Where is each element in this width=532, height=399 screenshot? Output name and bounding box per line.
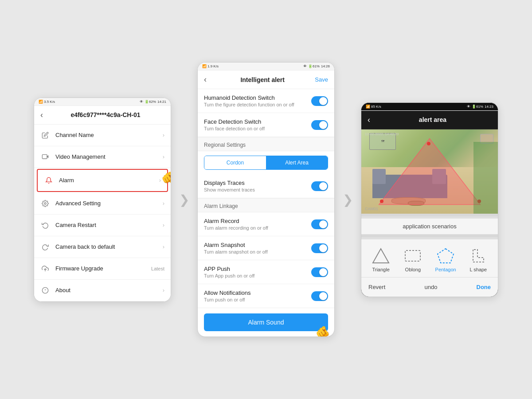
video-icon — [40, 152, 50, 162]
speed-label: 85 K/s — [371, 105, 381, 109]
alarm-snapshot-toggle[interactable] — [311, 243, 328, 253]
screen2-title: Intelligent alert — [210, 76, 315, 83]
svg-rect-9 — [405, 250, 420, 261]
face-toggle[interactable] — [311, 120, 328, 130]
shape-oblong[interactable]: Oblong — [403, 247, 422, 272]
pentagon-label: Pentagon — [435, 267, 456, 272]
alarm-snapshot-row: Alarm Snapshot Turn alarm snapshot on or… — [198, 236, 334, 260]
screen2-header: ‹ Intelligent alert Save — [198, 70, 334, 89]
face-title: Face Detection Switch — [204, 118, 311, 125]
oblong-label: Oblong — [405, 267, 421, 272]
traces-subtitle: Show movement traces — [204, 187, 311, 192]
svg-marker-10 — [438, 249, 454, 263]
undo-button[interactable]: undo — [424, 284, 437, 290]
menu-item-firmware-upgrade[interactable]: Firmware Upgrade Latest — [34, 258, 171, 280]
bell-icon — [44, 176, 54, 185]
latest-badge: Latest — [151, 266, 164, 271]
done-button[interactable]: Done — [477, 284, 491, 290]
shape-triangle[interactable]: Triangle — [371, 247, 391, 272]
allow-notif-info: Allow Notifications Turn push on or off — [204, 289, 311, 302]
face-detection-row: Face Detection Switch Turn face detectio… — [198, 113, 334, 137]
eye-icon: 👁 — [140, 100, 143, 104]
battery-icon: 🔋62% — [145, 100, 156, 104]
shapes-row: Triangle Oblong — [361, 242, 498, 275]
alarm-snapshot-subtitle: Turn alarm snapshot on or off — [204, 249, 311, 254]
network-icon: 📶 — [202, 64, 207, 68]
screen1-header: ‹ e4f6c977****4c9a-CH-01 — [34, 106, 171, 125]
menu-list: Channel Name › Video Management › Alarm … — [34, 125, 171, 301]
screen1-status-bar: 📶 3.5 K/s 👁 🔋62% 14:21 — [34, 98, 171, 106]
alarm-record-info: Alarm Record Turn alarm recording on or … — [204, 218, 311, 231]
app-push-subtitle: Turn App push on or off — [204, 273, 311, 278]
revert-button[interactable]: Revert — [368, 284, 385, 290]
alarm-sound-wrapper: Alarm Sound 🫵 — [198, 313, 334, 331]
menu-item-video-management[interactable]: Video Management › — [34, 146, 171, 168]
camera-restart-label: Camera Restart — [55, 222, 163, 228]
application-scenarios-section: application scenarios — [361, 216, 498, 235]
pencil-icon — [40, 130, 50, 140]
menu-item-advanced-setting[interactable]: Advanced Setting › — [34, 193, 171, 215]
status-right: 👁 🔋61% 14:23 — [467, 105, 493, 109]
app-push-toggle[interactable] — [311, 267, 328, 277]
status-left: 📶 3.5 K/s — [39, 100, 55, 104]
time-label: 14:26 — [321, 64, 330, 68]
status-right: 👁 🔋62% 14:21 — [140, 100, 166, 104]
menu-item-alarm[interactable]: Alarm › 🫵 — [37, 169, 168, 192]
camera-view: 🗺 12-02-2022, — [361, 129, 498, 214]
speed-label: 1.9 K/s — [207, 64, 219, 68]
regional-buttons: Cordon Alert Area — [204, 156, 328, 170]
screen1-title: e4f6c977****4c9a-CH-01 — [47, 111, 164, 118]
alert-area-button[interactable]: Alert Area — [266, 156, 328, 169]
svg-marker-8 — [373, 249, 389, 263]
l-shape-label: L shape — [470, 267, 487, 272]
back-button[interactable]: ‹ — [40, 110, 43, 120]
scene-background: 🗺 — [361, 129, 498, 214]
alarm-record-toggle[interactable] — [311, 219, 328, 229]
back-button[interactable]: ‹ — [368, 115, 370, 125]
allow-notif-row: Allow Notifications Turn push on or off — [198, 284, 334, 308]
chevron-icon: › — [163, 153, 164, 160]
plant-shelf — [473, 142, 498, 214]
menu-item-channel-name[interactable]: Channel Name › — [34, 125, 171, 146]
humanoid-detection-row: Humanoid Detection Switch Turn the figur… — [198, 89, 334, 113]
shape-pentagon[interactable]: Pentagon — [435, 247, 456, 272]
back-button[interactable]: ‹ — [204, 75, 207, 84]
allow-notif-toggle[interactable] — [311, 291, 328, 301]
status-right: 👁 🔋61% 14:26 — [303, 64, 330, 68]
speed-label: 3.5 K/s — [44, 100, 55, 104]
save-button[interactable]: Save — [315, 76, 328, 83]
face-info: Face Detection Switch Turn face detectio… — [204, 118, 311, 131]
about-label: About — [55, 287, 163, 293]
screen2-phone: 📶 1.9 K/s 👁 🔋61% 14:26 ‹ Intelligent ale… — [197, 62, 335, 337]
app-push-title: APP Push — [204, 266, 311, 272]
menu-item-about[interactable]: About › — [34, 280, 171, 301]
alarm-linkage-header: Alarm Linkage — [198, 198, 334, 212]
shapes-section: Triangle Oblong — [361, 237, 498, 277]
screen3-phone: 📶 85 K/s 👁 🔋61% 14:23 ‹ alert area 🗺 — [361, 102, 498, 297]
alarm-sound-button[interactable]: Alarm Sound — [204, 313, 328, 331]
shape-l-shape[interactable]: L shape — [469, 247, 488, 272]
humanoid-toggle[interactable] — [311, 96, 328, 106]
restart-icon — [40, 220, 50, 230]
cordon-button[interactable]: Cordon — [204, 156, 266, 169]
alarm-record-row: Alarm Record Turn alarm recording on or … — [198, 212, 334, 236]
screen3-status-bar: 📶 85 K/s 👁 🔋61% 14:23 — [361, 103, 498, 111]
humanoid-info: Humanoid Detection Switch Turn the figur… — [204, 94, 311, 107]
screen2-status-bar: 📶 1.9 K/s 👁 🔋61% 14:26 — [198, 63, 334, 70]
default-icon — [40, 242, 50, 252]
svg-marker-7 — [379, 138, 481, 204]
oblong-icon — [403, 247, 422, 265]
eye-icon: 👁 — [467, 105, 470, 109]
menu-item-camera-restart[interactable]: Camera Restart › — [34, 215, 171, 236]
alarm-label: Alarm — [59, 177, 159, 184]
camera-timestamp: 12-02-2022, 14:42:20 — [365, 132, 399, 136]
arrow-2: ❯ — [343, 192, 353, 207]
time-label: 14:23 — [485, 105, 493, 109]
humanoid-title: Humanoid Detection Switch — [204, 94, 311, 101]
upload-icon — [40, 264, 50, 274]
triangle-icon — [371, 247, 391, 265]
menu-item-camera-default[interactable]: Camera back to default › — [34, 236, 171, 258]
chevron-icon: › — [163, 132, 164, 138]
traces-toggle[interactable] — [311, 181, 328, 191]
red-dot-left — [380, 200, 383, 203]
